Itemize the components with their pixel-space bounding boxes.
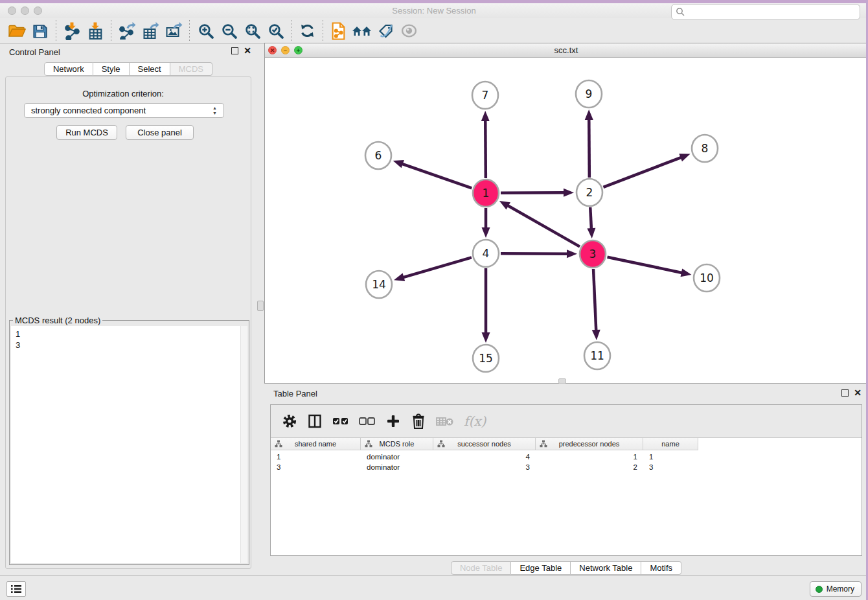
table-cell[interactable]: 4 — [433, 452, 536, 462]
memory-button[interactable]: Memory — [810, 581, 862, 597]
arrowhead-2-8 — [679, 154, 690, 161]
save-session-icon[interactable] — [29, 20, 52, 42]
graph-node-7[interactable]: 7 — [472, 82, 498, 109]
table-cell[interactable]: 3 — [643, 462, 698, 472]
show-columns-icon[interactable] — [307, 413, 323, 430]
edge-3-1[interactable] — [507, 205, 580, 247]
export-table-icon[interactable] — [139, 20, 162, 42]
tab-motifs[interactable]: Motifs — [641, 561, 681, 575]
zoom-selected-icon[interactable] — [264, 20, 287, 42]
edge-2-9[interactable] — [589, 119, 589, 178]
edge-1-7[interactable] — [485, 120, 486, 178]
select-all-rows-icon[interactable] — [332, 413, 349, 430]
column-header-name[interactable]: name — [643, 438, 698, 450]
graph-node-1[interactable]: 1 — [473, 179, 499, 207]
svg-text:2: 2 — [586, 186, 593, 199]
edge-1-6[interactable] — [402, 164, 472, 189]
vertical-splitter-handle[interactable] — [257, 301, 264, 311]
table-toolbar: f(x) — [271, 405, 862, 437]
edge-2-8[interactable] — [603, 157, 681, 187]
mcds-result-scrollbar[interactable] — [240, 326, 247, 563]
zoom-out-icon[interactable] — [217, 20, 240, 42]
run-mcds-button[interactable]: Run MCDS — [56, 125, 117, 140]
export-image-icon[interactable] — [162, 20, 185, 42]
table-cell[interactable]: 3 — [271, 462, 361, 472]
float-table-panel-icon[interactable] — [841, 389, 849, 397]
edge-3-11[interactable] — [593, 269, 596, 331]
table-cell[interactable]: dominator — [361, 452, 433, 462]
arrowhead-1-7 — [481, 111, 490, 121]
tab-node-table[interactable]: Node Table — [451, 561, 512, 575]
tab-style[interactable]: Style — [93, 62, 130, 76]
svg-text:15: 15 — [479, 352, 493, 365]
svg-text:10: 10 — [700, 271, 714, 284]
graph-node-2[interactable]: 2 — [577, 179, 602, 206]
add-column-icon[interactable] — [385, 413, 401, 430]
graph-node-8[interactable]: 8 — [692, 135, 718, 162]
toolbar-separator — [323, 20, 323, 42]
graph-node-6[interactable]: 6 — [365, 142, 391, 169]
graph-node-15[interactable]: 15 — [473, 345, 499, 372]
show-details-icon[interactable] — [397, 20, 420, 42]
arrowhead-2-3 — [587, 228, 595, 238]
unselect-all-rows-icon[interactable] — [359, 413, 376, 430]
zoom-fit-icon[interactable] — [240, 20, 264, 42]
mcds-result-area[interactable]: 1 3 — [11, 326, 247, 563]
table-cell[interactable]: 3 — [433, 462, 536, 472]
graph-node-11[interactable]: 11 — [584, 342, 610, 369]
tab-select[interactable]: Select — [130, 62, 170, 76]
apply-layout-icon[interactable] — [295, 20, 319, 42]
horizontal-splitter-handle[interactable] — [558, 378, 566, 384]
tab-mcds[interactable]: MCDS — [170, 62, 212, 76]
optimization-criterion-dropdown[interactable]: strongly connected component ▲▼ — [24, 103, 224, 118]
status-bar: Memory — [0, 575, 868, 600]
network-window-titlebar[interactable]: ✕ − + scc.txt — [265, 43, 867, 58]
svg-text:11: 11 — [590, 349, 604, 362]
table-cell[interactable]: 1 — [536, 452, 643, 462]
edge-4-3[interactable] — [501, 253, 568, 254]
hide-labels-icon[interactable] — [374, 20, 397, 42]
close-panel-icon[interactable]: ✕ — [244, 47, 251, 54]
graph-node-10[interactable]: 10 — [694, 264, 720, 292]
tab-network-table[interactable]: Network Table — [571, 561, 641, 575]
import-network-icon[interactable] — [60, 20, 84, 42]
edge-1-2[interactable] — [501, 192, 565, 193]
first-neighbors-icon[interactable] — [350, 20, 374, 42]
table-panel: Table Panel ✕ f(x) shared nameMCDS roles… — [264, 385, 868, 574]
edge-3-10[interactable] — [608, 257, 683, 273]
graph-node-9[interactable]: 9 — [576, 80, 602, 108]
tab-network[interactable]: Network — [44, 62, 93, 76]
column-header-shared-name[interactable]: shared name — [271, 438, 361, 450]
table-cell[interactable]: 1 — [271, 452, 361, 462]
mcds-result-group: MCDS result (2 nodes) 1 3 — [9, 320, 249, 565]
arrowhead-1-6 — [393, 160, 404, 168]
zoom-in-icon[interactable] — [194, 20, 217, 42]
table-row[interactable]: 1dominator411 — [271, 452, 698, 462]
search-input[interactable] — [671, 4, 860, 20]
clone-network-icon[interactable] — [327, 20, 350, 42]
close-table-panel-icon[interactable]: ✕ — [854, 389, 862, 397]
column-header-MCDS-role[interactable]: MCDS role — [361, 438, 433, 450]
graph-node-3[interactable]: 3 — [580, 240, 606, 268]
table-cell[interactable]: 1 — [643, 452, 698, 462]
table-row[interactable]: 3dominator323 — [271, 462, 698, 472]
edge-2-3[interactable] — [590, 207, 591, 229]
graph-node-4[interactable]: 4 — [473, 240, 499, 267]
table-settings-gear-icon[interactable] — [282, 413, 297, 430]
column-header-successor-nodes[interactable]: successor nodes — [433, 438, 536, 450]
close-panel-button[interactable]: Close panel — [126, 125, 194, 140]
network-canvas[interactable]: 7968124314101511 — [265, 58, 867, 384]
tab-edge-table[interactable]: Edge Table — [511, 561, 571, 575]
task-history-button[interactable] — [6, 581, 26, 597]
table-cell[interactable]: dominator — [361, 462, 433, 472]
open-session-icon[interactable] — [5, 20, 29, 42]
graph-node-14[interactable]: 14 — [366, 271, 392, 298]
export-network-icon[interactable] — [115, 20, 139, 42]
column-header-predecessor-nodes[interactable]: predecessor nodes — [536, 438, 643, 450]
table-cell[interactable]: 2 — [536, 462, 643, 472]
table-header-row: shared nameMCDS rolesuccessor nodesprede… — [271, 438, 698, 450]
edge-4-14[interactable] — [402, 257, 471, 277]
float-panel-icon[interactable] — [231, 47, 238, 54]
import-table-icon[interactable] — [84, 20, 107, 42]
delete-column-icon[interactable] — [411, 413, 426, 430]
